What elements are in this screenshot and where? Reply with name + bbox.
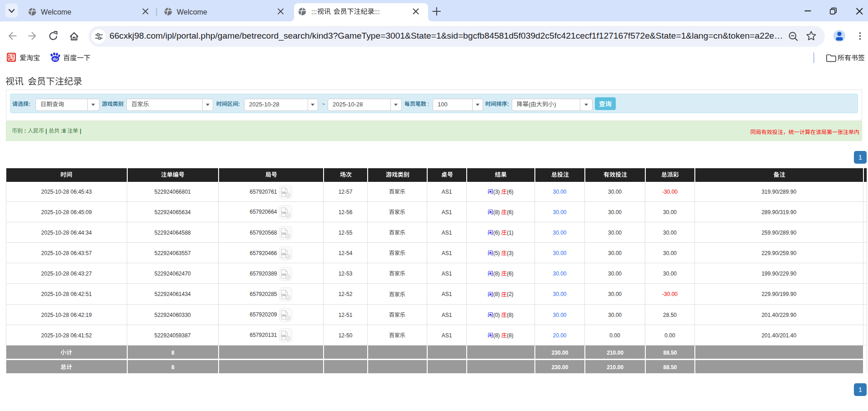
svg-text:du: du xyxy=(53,57,58,61)
